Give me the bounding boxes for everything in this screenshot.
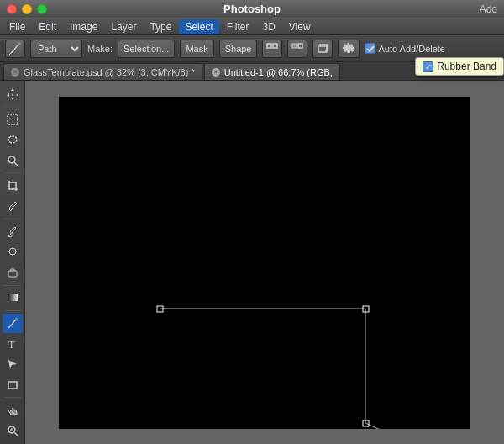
close-button[interactable] — [7, 4, 17, 14]
menu-3d[interactable]: 3D — [256, 19, 281, 34]
tool-pen[interactable] — [3, 314, 23, 333]
svg-rect-19 — [8, 382, 17, 388]
tab-close-2[interactable]: × — [212, 68, 220, 77]
anchor-point-1 — [157, 306, 163, 312]
tab-glass-template[interactable]: × GlassTemplate.psd @ 32% (3, CMYK/8) * — [3, 63, 202, 80]
tool-rectangle[interactable] — [3, 375, 23, 394]
svg-rect-1 — [267, 44, 271, 48]
svg-rect-2 — [273, 44, 277, 48]
rubber-band-tooltip: ✓ Rubber Band — [415, 57, 504, 76]
menu-image[interactable]: Image — [64, 19, 103, 34]
menu-edit[interactable]: Edit — [33, 19, 62, 34]
menu-type[interactable]: Type — [144, 19, 177, 34]
tool-separator-2 — [4, 172, 21, 173]
tool-separator-4 — [4, 285, 21, 286]
auto-add-checkbox[interactable] — [365, 43, 375, 54]
path-ops-icon2[interactable] — [287, 40, 307, 58]
make-label: Make: — [87, 44, 113, 54]
rubber-band-checkbox[interactable]: ✓ — [423, 61, 433, 72]
tab-title-2: Untitled-1 @ 66.7% (RGB, — [224, 67, 333, 77]
auto-add-delete-option[interactable]: Auto Add/Delete — [365, 43, 445, 54]
tool-quick-select[interactable] — [3, 151, 23, 170]
svg-rect-4 — [298, 44, 302, 48]
menu-select[interactable]: Select — [179, 19, 218, 34]
menu-bar: File Edit Image Layer Type Select Filter… — [0, 18, 504, 35]
tab-close-1[interactable]: × — [11, 68, 19, 77]
tool-move[interactable] — [3, 84, 23, 103]
tool-separator-3 — [4, 219, 21, 219]
tool-hand[interactable] — [3, 400, 23, 420]
svg-text:T: T — [8, 339, 15, 350]
title-bar: Photoshop Ado — [0, 0, 504, 18]
tool-eyedropper[interactable] — [3, 197, 23, 216]
tool-type[interactable]: T — [3, 334, 23, 353]
selection-button[interactable]: Selection... — [118, 40, 175, 58]
svg-point-10 — [9, 248, 16, 255]
tool-brush[interactable] — [3, 222, 23, 241]
toolbox: T — [0, 81, 25, 444]
tool-crop[interactable] — [3, 176, 23, 195]
menu-file[interactable]: File — [3, 19, 31, 34]
tool-separator-1 — [4, 106, 21, 107]
svg-point-0 — [18, 42, 21, 45]
menu-view[interactable]: View — [283, 19, 317, 34]
adobe-text: Ado — [480, 3, 497, 15]
path-drawing — [59, 97, 470, 429]
path-dropdown[interactable]: Path Shape Pixels — [30, 40, 82, 58]
options-bar: Path Shape Pixels Make: Selection... Mas… — [0, 35, 504, 62]
canvas-area[interactable] — [25, 81, 504, 444]
minimize-button[interactable] — [22, 4, 32, 14]
path-ops-icon3[interactable] — [312, 40, 333, 58]
maximize-button[interactable] — [37, 4, 47, 14]
tool-zoom[interactable] — [3, 421, 23, 441]
svg-point-7 — [8, 136, 17, 143]
svg-rect-15 — [8, 271, 17, 277]
tool-rectangular-marquee[interactable] — [3, 109, 23, 129]
svg-rect-16 — [8, 294, 18, 301]
tool-lasso[interactable] — [3, 130, 23, 150]
tool-clone-stamp[interactable] — [3, 242, 23, 262]
traffic-lights — [7, 4, 47, 14]
canvas[interactable] — [59, 97, 470, 429]
anchor-point-2 — [363, 306, 369, 312]
svg-rect-3 — [292, 44, 297, 48]
svg-line-21 — [14, 433, 18, 436]
tool-separator-6 — [4, 397, 21, 398]
tool-gradient[interactable] — [3, 288, 23, 308]
tool-path-select[interactable] — [3, 355, 23, 374]
workspace: T — [0, 81, 504, 444]
tool-eraser[interactable] — [3, 263, 23, 283]
mask-button[interactable]: Mask — [180, 40, 213, 58]
svg-rect-5 — [318, 46, 327, 52]
app-title: Photoshop — [223, 3, 281, 15]
path-ops-icon1[interactable] — [262, 40, 282, 58]
tab-untitled1[interactable]: × Untitled-1 @ 66.7% (RGB, — [204, 63, 340, 80]
pen-tool-icon[interactable] — [5, 40, 25, 58]
svg-line-9 — [14, 162, 18, 166]
menu-filter[interactable]: Filter — [221, 19, 255, 34]
menu-layer[interactable]: Layer — [105, 19, 142, 34]
tab-title-1: GlassTemplate.psd @ 32% (3, CMYK/8) * — [24, 67, 195, 77]
svg-point-8 — [8, 156, 15, 163]
anchor-point-3 — [363, 420, 369, 426]
gear-settings-button[interactable] — [338, 40, 360, 58]
shape-button[interactable]: Shape — [219, 40, 258, 58]
tool-separator-5 — [4, 310, 21, 311]
svg-rect-6 — [8, 114, 18, 124]
